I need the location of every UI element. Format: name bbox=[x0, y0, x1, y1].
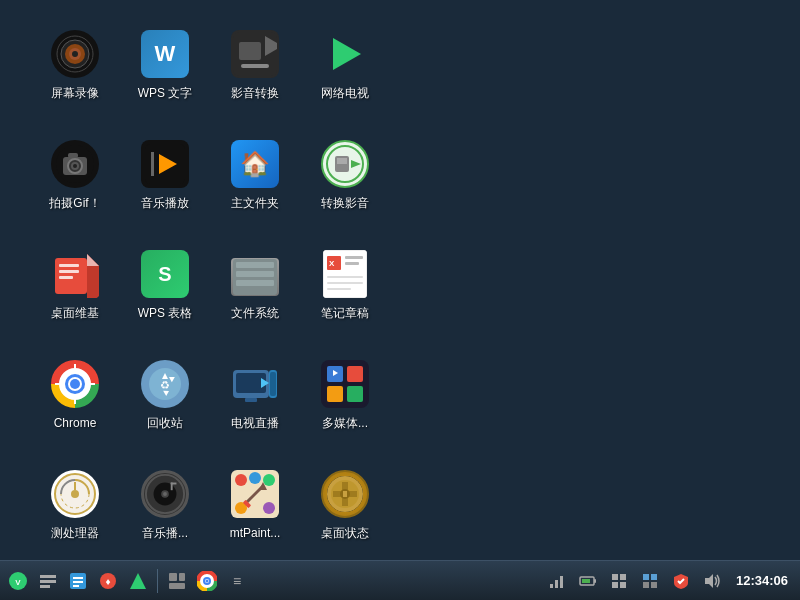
svg-rect-11 bbox=[68, 153, 78, 158]
svg-rect-37 bbox=[327, 276, 363, 278]
svg-rect-118 bbox=[643, 574, 649, 580]
svg-rect-100 bbox=[169, 573, 177, 581]
tray-grid[interactable] bbox=[605, 567, 633, 595]
icon-music-player-label: 音乐播... bbox=[142, 526, 188, 540]
icon-chrome-label: Chrome bbox=[54, 416, 97, 430]
svg-rect-59 bbox=[327, 386, 343, 402]
svg-rect-116 bbox=[612, 582, 618, 588]
icon-music-player[interactable]: 音乐播... bbox=[120, 460, 210, 570]
taskbar-right: 12:34:06 bbox=[543, 567, 796, 595]
icon-chrome[interactable]: Chrome bbox=[30, 350, 120, 460]
taskbar-app-tool5[interactable] bbox=[163, 567, 191, 595]
icon-grid: 屏幕录像 W WPS 文字 影音转换 bbox=[20, 10, 400, 580]
icon-network-tv[interactable]: 网络电视 bbox=[300, 20, 390, 130]
taskbar-app-tool1[interactable] bbox=[34, 567, 62, 595]
svg-rect-91 bbox=[40, 580, 56, 583]
icon-screen-record-label: 屏幕录像 bbox=[51, 86, 99, 100]
svg-point-74 bbox=[249, 472, 261, 484]
icon-screen-record[interactable]: 屏幕录像 bbox=[30, 20, 120, 130]
icon-notebook[interactable]: X 笔记章稿 bbox=[300, 240, 390, 350]
icon-gif-label: 拍摄Gif！ bbox=[49, 196, 100, 210]
taskbar-app-tool2[interactable] bbox=[64, 567, 92, 595]
svg-marker-122 bbox=[705, 574, 713, 588]
svg-text:♦: ♦ bbox=[105, 576, 110, 587]
icon-music-play[interactable]: 音乐播放 bbox=[120, 130, 210, 240]
svg-rect-117 bbox=[620, 582, 626, 588]
svg-rect-38 bbox=[327, 282, 363, 284]
tray-grid2[interactable] bbox=[636, 567, 664, 595]
svg-rect-36 bbox=[345, 262, 359, 265]
svg-rect-20 bbox=[337, 158, 347, 164]
icon-notebook-label: 笔记章稿 bbox=[321, 306, 369, 320]
icon-convert-video[interactable]: 转换影音 bbox=[300, 130, 390, 240]
svg-rect-102 bbox=[169, 583, 185, 589]
taskbar: V ♦ bbox=[0, 560, 800, 600]
tray-shield[interactable] bbox=[667, 567, 695, 595]
svg-rect-35 bbox=[345, 256, 363, 259]
icon-video-convert-label: 影音转换 bbox=[231, 86, 279, 100]
svg-rect-25 bbox=[59, 276, 73, 279]
svg-rect-112 bbox=[594, 579, 596, 583]
tray-battery[interactable] bbox=[574, 567, 602, 595]
icon-gif[interactable]: 拍摄Gif！ bbox=[30, 130, 120, 240]
icon-test-processor-label: 测处理器 bbox=[51, 526, 99, 540]
svg-rect-30 bbox=[236, 271, 274, 277]
tray-volume[interactable] bbox=[698, 567, 726, 595]
icon-network-tv-label: 网络电视 bbox=[321, 86, 369, 100]
taskbar-app-tool3[interactable]: ♦ bbox=[94, 567, 122, 595]
taskbar-app-tool6[interactable]: ≡ bbox=[223, 567, 251, 595]
svg-rect-87 bbox=[343, 491, 347, 497]
svg-rect-60 bbox=[347, 386, 363, 402]
svg-rect-96 bbox=[73, 585, 79, 587]
icon-desktop-wiki[interactable]: 桌面维基 bbox=[30, 240, 120, 350]
icon-wps-table[interactable]: S WPS 表格 bbox=[120, 240, 210, 350]
svg-rect-108 bbox=[550, 584, 553, 588]
icon-home-folder[interactable]: 🏠 主文件夹 bbox=[210, 130, 300, 240]
svg-rect-17 bbox=[151, 152, 154, 176]
svg-point-64 bbox=[71, 490, 79, 498]
icon-multimedia-label: 多媒体... bbox=[322, 416, 368, 430]
icon-file-system-label: 文件系统 bbox=[231, 306, 279, 320]
svg-text:≡: ≡ bbox=[233, 573, 241, 589]
svg-point-106 bbox=[206, 579, 209, 582]
icon-mtpaint[interactable]: mtPaint... bbox=[210, 460, 300, 570]
svg-rect-95 bbox=[73, 581, 83, 583]
svg-rect-90 bbox=[40, 575, 56, 578]
svg-marker-99 bbox=[130, 573, 146, 589]
icon-mtpaint-label: mtPaint... bbox=[230, 526, 281, 540]
svg-rect-120 bbox=[643, 582, 649, 588]
svg-text:♻: ♻ bbox=[160, 379, 170, 391]
svg-rect-31 bbox=[236, 280, 274, 286]
svg-rect-71 bbox=[171, 483, 177, 485]
icon-desktop-state[interactable]: 桌面状态 bbox=[300, 460, 390, 570]
icon-recycle[interactable]: ♻ 回收站 bbox=[120, 350, 210, 460]
svg-rect-121 bbox=[651, 582, 657, 588]
icon-wps-word[interactable]: W WPS 文字 bbox=[120, 20, 210, 130]
icon-tv-live-label: 电视直播 bbox=[231, 416, 279, 430]
svg-rect-92 bbox=[40, 585, 50, 588]
svg-rect-29 bbox=[236, 262, 274, 268]
icon-multimedia[interactable]: 多媒体... bbox=[300, 350, 390, 460]
svg-rect-52 bbox=[245, 398, 257, 402]
svg-point-73 bbox=[235, 474, 247, 486]
taskbar-app-tool4[interactable] bbox=[124, 567, 152, 595]
svg-rect-8 bbox=[241, 64, 269, 68]
svg-rect-54 bbox=[270, 372, 276, 396]
svg-text:V: V bbox=[15, 578, 21, 587]
svg-rect-101 bbox=[179, 573, 185, 581]
svg-rect-109 bbox=[555, 580, 558, 588]
taskbar-app-veket[interactable]: V bbox=[4, 567, 32, 595]
svg-rect-113 bbox=[582, 579, 590, 583]
tray-network[interactable] bbox=[543, 567, 571, 595]
icon-tv-live[interactable]: 电视直播 bbox=[210, 350, 300, 460]
taskbar-separator bbox=[157, 569, 158, 593]
icon-test-processor[interactable]: 测处理器 bbox=[30, 460, 120, 570]
icon-desktop-wiki-label: 桌面维基 bbox=[51, 306, 99, 320]
svg-rect-6 bbox=[239, 42, 261, 60]
icon-video-convert[interactable]: 影音转换 bbox=[210, 20, 300, 130]
svg-rect-23 bbox=[59, 264, 79, 267]
taskbar-app-chrome-tb[interactable] bbox=[193, 567, 221, 595]
svg-rect-114 bbox=[612, 574, 618, 580]
icon-file-system[interactable]: 文件系统 bbox=[210, 240, 300, 350]
svg-rect-39 bbox=[327, 288, 351, 290]
